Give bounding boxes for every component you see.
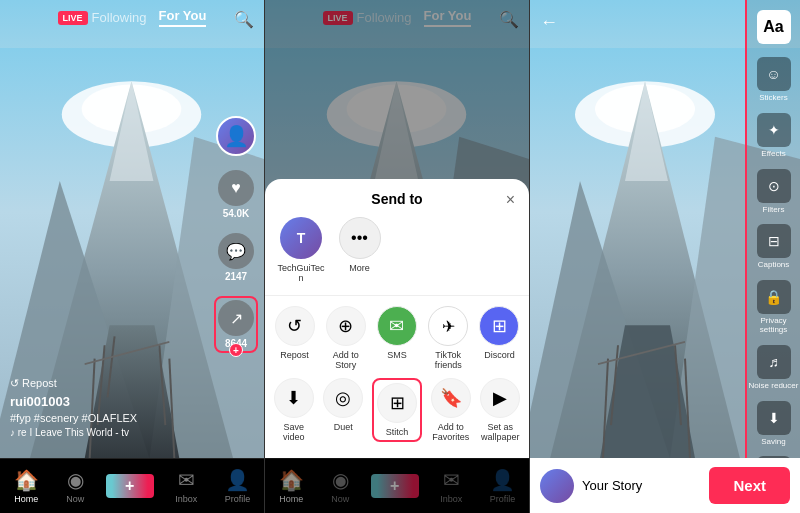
follow-plus: + — [229, 343, 243, 357]
contact-techgui[interactable]: T TechGuiTec n — [277, 217, 325, 283]
story-label: Your Story — [582, 478, 642, 493]
stickers-label: Stickers — [759, 94, 787, 103]
toolbar-captions[interactable]: ⊟ Captions — [757, 224, 791, 270]
back-button[interactable]: ← — [540, 12, 558, 33]
captions-label: Captions — [758, 261, 790, 270]
video-info: ↺ Repost rui001003 #fyp #scenery #OLAFLE… — [10, 377, 209, 438]
tab-group[interactable]: Following For You — [92, 8, 207, 27]
share-repost[interactable]: ↺ Repost — [273, 306, 316, 370]
add-story-icon: ⊕ — [326, 306, 366, 346]
effects-label: Effects — [761, 150, 785, 159]
stickers-icon: ☺ — [757, 57, 791, 91]
share-wallpaper[interactable]: ▶ Set as wallpaper — [480, 378, 522, 442]
favorites-label: Add to Favorites — [430, 422, 472, 442]
panel1-header: LIVE Following For You 🔍 — [0, 0, 264, 35]
discord-label: Discord — [484, 350, 515, 360]
toolbar-effects[interactable]: ✦ Effects — [757, 113, 791, 159]
tiktok-icon: ✈ — [428, 306, 468, 346]
tab-foryou[interactable]: For You — [159, 8, 207, 27]
share-sms[interactable]: ✉ SMS — [375, 306, 418, 370]
stitch-label: Stitch — [386, 427, 409, 437]
story-info: Your Story — [540, 469, 699, 503]
live-badge: LIVE — [58, 11, 88, 25]
nav-profile[interactable]: 👤 Profile — [225, 468, 251, 504]
noise-label: Noise reducer — [749, 382, 799, 391]
saving-icon: ⬇ — [757, 401, 791, 435]
contact-more[interactable]: ••• More — [337, 217, 382, 283]
share-tiktok[interactable]: ✈ TikTok friends — [427, 306, 470, 370]
avatar: 👤 — [216, 116, 256, 156]
avatar-action[interactable]: 👤 + — [216, 116, 256, 156]
add-story-label: Add to Story — [324, 350, 367, 370]
add-icon: + — [112, 474, 148, 498]
wallpaper-label: Set as wallpaper — [480, 422, 522, 442]
now-icon: ◉ — [67, 468, 84, 492]
toolbar-noise[interactable]: ♬ Noise reducer — [749, 345, 799, 391]
captions-icon: ⊟ — [757, 224, 791, 258]
duet-label: Duet — [334, 422, 353, 432]
more-label: More — [349, 263, 370, 273]
bottom-nav: 🏠 Home ◉ Now + ✉ Inbox 👤 Profile — [0, 458, 264, 513]
modal-overlay: Send to × T TechGuiTec n ••• More — [265, 0, 529, 513]
profile-icon: 👤 — [225, 468, 250, 492]
repost-label-share: Repost — [280, 350, 309, 360]
duet-icon: ◎ — [323, 378, 363, 418]
toolbar-filters[interactable]: ⊙ Filters — [757, 169, 791, 215]
inbox-icon: ✉ — [178, 468, 195, 492]
share-add-story[interactable]: ⊕ Add to Story — [324, 306, 367, 370]
nav-now[interactable]: ◉ Now — [66, 468, 84, 504]
effects-icon: ✦ — [757, 113, 791, 147]
repost-label: ↺ Repost — [10, 377, 209, 390]
share-stitch[interactable]: ⊞ Stitch — [372, 378, 422, 442]
modal-title: Send to — [371, 191, 422, 207]
stitch-icon: ⊞ — [377, 383, 417, 423]
filters-icon: ⊙ — [757, 169, 791, 203]
close-button[interactable]: × — [506, 191, 515, 209]
nav-home[interactable]: 🏠 Home — [14, 468, 39, 504]
favorites-icon: 🔖 — [431, 378, 471, 418]
toolbar-saving[interactable]: ⬇ Saving — [757, 401, 791, 447]
wallpaper-icon: ▶ — [480, 378, 520, 418]
privacy-icon: 🔒 — [757, 280, 791, 314]
nav-inbox-label: Inbox — [175, 494, 197, 504]
modal-header: Send to × — [265, 191, 529, 217]
filters-label: Filters — [763, 206, 785, 215]
story-avatar — [540, 469, 574, 503]
share-icon: ↗ — [218, 300, 254, 336]
save-icon: ⬇ — [274, 378, 314, 418]
nav-now-label: Now — [66, 494, 84, 504]
right-toolbar: Aa ☺ Stickers ✦ Effects ⊙ Filters ⊟ Capt… — [745, 0, 800, 458]
share-favorites[interactable]: 🔖 Add to Favorites — [430, 378, 472, 442]
nav-inbox[interactable]: ✉ Inbox — [175, 468, 197, 504]
save-label: Save video — [273, 422, 315, 442]
toolbar-privacy[interactable]: 🔒 Privacy settings — [747, 280, 800, 335]
share-discord[interactable]: ⊞ Discord — [478, 306, 521, 370]
right-actions: 👤 + ♥ 54.0K 💬 2147 ↗ 8644 — [214, 116, 258, 353]
sms-icon: ✉ — [377, 306, 417, 346]
music-label: ♪ re I Leave This World - tv — [10, 427, 209, 438]
send-to-modal: Send to × T TechGuiTec n ••• More — [265, 179, 529, 458]
like-action[interactable]: ♥ 54.0K — [218, 170, 254, 219]
saving-label: Saving — [761, 438, 785, 447]
panel-edit: ← Aa ☺ Stickers ✦ Effects ⊙ Filters ⊟ Ca… — [530, 0, 800, 513]
tiktok-label: TikTok friends — [427, 350, 470, 370]
share-save[interactable]: ⬇ Save video — [273, 378, 315, 442]
next-button[interactable]: Next — [709, 467, 790, 504]
panel-feed: LIVE Following For You 🔍 👤 + ♥ 54.0K 💬 2… — [0, 0, 265, 513]
panel-share: LIVE Following For You 🔍 Send to × T Tec… — [265, 0, 530, 513]
comment-action[interactable]: 💬 2147 — [218, 233, 254, 282]
discord-icon: ⊞ — [479, 306, 519, 346]
nav-add[interactable]: + — [112, 474, 148, 498]
contact-name: TechGuiTec n — [277, 263, 325, 283]
more-icon-circle: ••• — [339, 217, 381, 259]
tab-following[interactable]: Following — [92, 10, 147, 25]
comment-count: 2147 — [225, 271, 247, 282]
nav-home-label: Home — [14, 494, 38, 504]
search-icon[interactable]: 🔍 — [234, 10, 254, 29]
comment-icon: 💬 — [218, 233, 254, 269]
toolbar-stickers[interactable]: ☺ Stickers — [757, 57, 791, 103]
share-duet[interactable]: ◎ Duet — [323, 378, 365, 442]
toolbar-text[interactable]: Aa — [757, 10, 791, 47]
home-icon: 🏠 — [14, 468, 39, 492]
nav-profile-label: Profile — [225, 494, 251, 504]
